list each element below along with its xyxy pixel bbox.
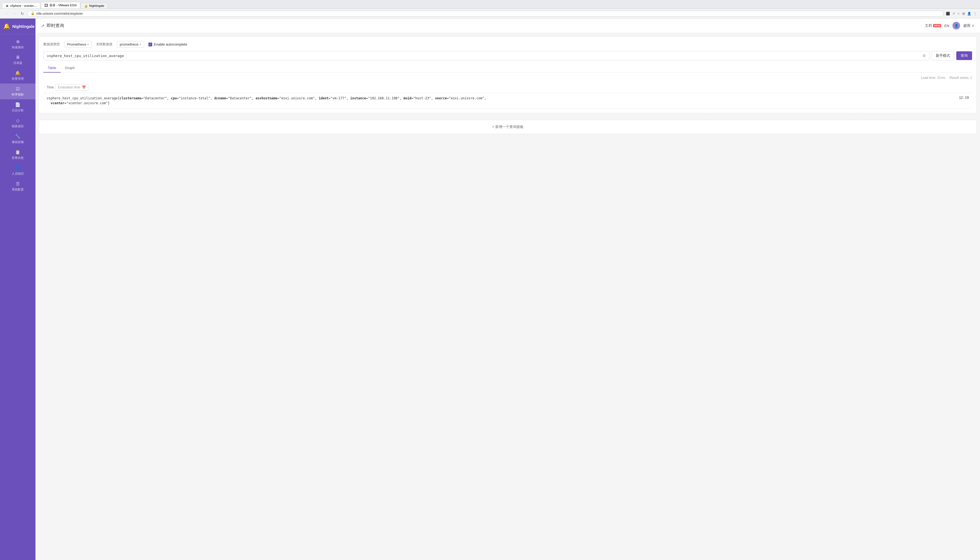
sidebar-item-sysconfig[interactable]: ☰ 系统配置 — [0, 178, 35, 194]
sidebar-item-label-sysconfig: 系统配置 — [12, 187, 24, 192]
reload-button[interactable]: ↻ — [20, 11, 25, 17]
datasource-related-select[interactable]: prometheus ▾ — [117, 41, 144, 48]
evaluation-time-placeholder: Evaluation time — [58, 85, 80, 89]
tab-graph[interactable]: Graph — [61, 63, 79, 73]
query-input-wrapper[interactable]: vsphere_host_cpu_utilization_average ⚙ — [43, 51, 930, 60]
sidebar-item-selfheal[interactable]: 📋 告警自愈 — [0, 147, 35, 163]
tracing-icon: ◇ — [16, 118, 19, 123]
screenshot-icon[interactable]: ⬛ — [946, 12, 950, 15]
alerts-icon: 🔔 — [15, 70, 20, 76]
results-meta: Load time: 21ms Result series: 1 — [43, 76, 972, 80]
dashboard-icon: 🖥 — [15, 55, 20, 60]
quick-jump-icon: ⊕ — [16, 39, 20, 44]
back-button[interactable]: ← — [3, 11, 9, 17]
sidebar-item-label-org: 人员组织 — [12, 172, 24, 176]
browser-actions: ⬛ ↗ ☆ ⊞ 👤 ⋮ — [946, 12, 977, 15]
sidebar-item-dashboard[interactable]: 🖥 仪表盘 — [0, 52, 35, 68]
query-input-row: vsphere_host_cpu_utilization_average ⚙ 新… — [43, 51, 972, 60]
autocomplete-label: Enable autocomplete — [154, 42, 187, 47]
browser-chrome: ← → ↻ 🔒 n9e.unixsre.com/metric/explorer … — [0, 9, 980, 18]
logo-text: Nightingale — [12, 24, 35, 29]
result-series: Result series: 1 — [950, 76, 972, 80]
metrics-icon: ☑ — [16, 86, 20, 92]
settings-icon[interactable]: ⚙ — [922, 53, 926, 58]
table-row: vsphere_host_cpu_utilization_average{clu… — [43, 93, 972, 108]
app-container: 🔔 Nightingale ⊕ 快速跳转 🖥 仪表盘 🔔 告警管理 ☑ 时序指标… — [0, 18, 980, 560]
browser-tab-vsphere[interactable]: 🖥 vSphere - vcenter.... — [2, 3, 40, 8]
docs-label: 文档 — [925, 23, 932, 28]
sidebar-nav: ⊕ 快速跳转 🖥 仪表盘 🔔 告警管理 ☑ 时序指标 📄 日志分析 ◇ 链路追 — [0, 34, 35, 197]
new-badge: NEW — [933, 24, 941, 27]
sidebar-item-infra[interactable]: 🔧 基础设施 — [0, 131, 35, 147]
query-input[interactable]: vsphere_host_cpu_utilization_average — [47, 54, 124, 58]
extensions-icon[interactable]: ⊞ — [962, 12, 965, 15]
datasource-related-value: prometheus — [120, 42, 138, 47]
sidebar-item-label-alerts: 告警管理 — [12, 77, 24, 81]
forward-button[interactable]: → — [12, 11, 17, 17]
sysconfig-icon: ☰ — [16, 181, 20, 187]
page-title-icon: ↗ — [41, 23, 45, 28]
datasource-related-label: 关联数据源 — [96, 42, 112, 47]
datasource-type-label: 数据源类型 — [43, 42, 60, 47]
sidebar-item-label-metrics: 时序指标 — [12, 93, 24, 97]
tab-favicon-nightingale: 🔔 — [84, 4, 88, 7]
autocomplete-checkbox[interactable]: ✓ Enable autocomplete — [148, 42, 187, 47]
docs-link[interactable]: 文档 NEW — [925, 23, 941, 28]
sidebar-logo: 🔔 Nightingale — [0, 18, 35, 34]
page-title-area: ↗ 即时查询 — [41, 23, 64, 29]
result-table: Time Evaluation time 📅 — [43, 82, 972, 108]
metric-text: vsphere_host_cpu_utilization_average{clu… — [47, 96, 486, 105]
sidebar-item-quick[interactable]: ⊕ 快速跳转 — [0, 36, 35, 52]
calendar-icon: 📅 — [82, 85, 86, 89]
lock-icon: 🔒 — [31, 12, 35, 15]
sidebar: 🔔 Nightingale ⊕ 快速跳转 🖥 仪表盘 🔔 告警管理 ☑ 时序指标… — [0, 18, 35, 560]
tab-label-nightingale: Nightingale — [89, 4, 104, 7]
browser-tab-nightingale[interactable]: 🔔 Nightingale — [81, 3, 108, 8]
sidebar-item-label-quick: 快速跳转 — [12, 45, 24, 49]
tab-label-vsphere: vSphere - vcenter.... — [10, 4, 37, 7]
tab-favicon-vmware: 🔲 — [45, 4, 48, 7]
logo-icon: 🔔 — [3, 23, 10, 30]
username[interactable]: 超营 ∨ — [963, 23, 975, 28]
sidebar-item-alerts[interactable]: 🔔 告警管理 — [0, 68, 35, 83]
sidebar-item-tracing[interactable]: ◇ 链路追踪 — [0, 115, 35, 131]
avatar-icon: 👤 — [954, 24, 958, 28]
url-bar[interactable]: 🔒 n9e.unixsre.com/metric/explorer — [27, 11, 944, 17]
menu-icon[interactable]: ⋮ — [973, 12, 977, 15]
beginner-mode-button[interactable]: 新手模式 — [932, 51, 954, 60]
tab-table[interactable]: Table — [43, 63, 61, 73]
tab-favicon-vsphere: 🖥 — [6, 4, 8, 7]
checkbox-icon: ✓ — [148, 43, 152, 47]
query-panel: 数据源类型 Prometheus ▾ 关联数据源 prometheus ▾ ✓ … — [39, 36, 977, 113]
time-column-header: Time Evaluation time 📅 — [43, 82, 939, 93]
sidebar-item-org[interactable]: 👤 人员组织 — [0, 163, 35, 178]
infra-icon: 🔧 — [15, 134, 20, 139]
tab-label-vmware: 登录 - VMware ESXi — [49, 3, 77, 7]
lang-button[interactable]: EN — [944, 24, 949, 28]
datasource-row: 数据源类型 Prometheus ▾ 关联数据源 prometheus ▾ ✓ … — [43, 41, 972, 48]
evaluation-time-input[interactable]: Evaluation time 📅 — [55, 84, 88, 91]
sidebar-item-label-dashboard: 仪表盘 — [13, 61, 22, 65]
sidebar-item-label-infra: 基础设施 — [12, 140, 24, 144]
add-panel-button[interactable]: + 新增一个查询面板 — [39, 120, 977, 134]
sidebar-item-metrics[interactable]: ☑ 时序指标 — [0, 83, 35, 99]
share-icon[interactable]: ↗ — [952, 12, 955, 15]
header-actions: 文档 NEW EN 👤 超营 ∨ — [925, 22, 975, 30]
metric-label-cell: vsphere_host_cpu_utilization_average{clu… — [43, 93, 939, 108]
bookmark-icon[interactable]: ☆ — [957, 12, 960, 15]
user-avatar[interactable]: 👤 — [952, 22, 960, 30]
datasource-type-select[interactable]: Prometheus ▾ — [64, 41, 92, 48]
chevron-down-icon: ▾ — [87, 43, 89, 46]
browser-tab-vmware[interactable]: 🔲 登录 - VMware ESXi — [41, 2, 80, 8]
main-content: ↗ 即时查询 文档 NEW EN 👤 超营 ∨ 数据源类型 — [35, 18, 980, 560]
profile-icon[interactable]: 👤 — [967, 12, 971, 15]
sidebar-item-label-tracing: 链路追踪 — [12, 124, 24, 128]
query-button[interactable]: 查询 — [956, 51, 972, 60]
selfheal-icon: 📋 — [15, 150, 20, 155]
datasource-type-value: Prometheus — [67, 42, 86, 47]
value-column-header — [939, 82, 972, 93]
browser-tabs: 🖥 vSphere - vcenter.... 🔲 登录 - VMware ES… — [0, 0, 980, 9]
sidebar-item-logs[interactable]: 📄 日志分析 — [0, 99, 35, 115]
page-header: ↗ 即时查询 文档 NEW EN 👤 超营 ∨ — [35, 18, 980, 33]
chevron-down-icon-2: ▾ — [140, 43, 141, 46]
